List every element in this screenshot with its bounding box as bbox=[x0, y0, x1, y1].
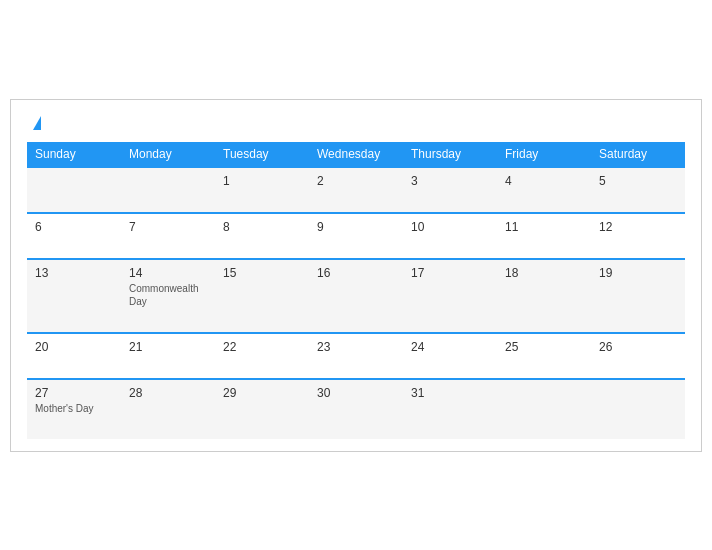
calendar-cell: 26 bbox=[591, 333, 685, 379]
calendar-cell: 7 bbox=[121, 213, 215, 259]
calendar-cell: 30 bbox=[309, 379, 403, 439]
day-number: 15 bbox=[223, 266, 301, 280]
calendar-cell: 15 bbox=[215, 259, 309, 333]
weekday-header-row: SundayMondayTuesdayWednesdayThursdayFrid… bbox=[27, 142, 685, 167]
day-number: 13 bbox=[35, 266, 113, 280]
calendar-cell: 2 bbox=[309, 167, 403, 213]
calendar-cell bbox=[497, 379, 591, 439]
day-number: 4 bbox=[505, 174, 583, 188]
calendar-cell: 14Commonwealth Day bbox=[121, 259, 215, 333]
day-number: 17 bbox=[411, 266, 489, 280]
event-label: Commonwealth Day bbox=[129, 282, 207, 308]
day-number: 1 bbox=[223, 174, 301, 188]
calendar-cell: 3 bbox=[403, 167, 497, 213]
day-number: 10 bbox=[411, 220, 489, 234]
day-number: 8 bbox=[223, 220, 301, 234]
day-number: 6 bbox=[35, 220, 113, 234]
calendar-cell: 22 bbox=[215, 333, 309, 379]
day-number: 19 bbox=[599, 266, 677, 280]
logo bbox=[27, 116, 45, 130]
calendar-cell: 1 bbox=[215, 167, 309, 213]
day-number: 29 bbox=[223, 386, 301, 400]
day-number: 16 bbox=[317, 266, 395, 280]
calendar-cell: 17 bbox=[403, 259, 497, 333]
calendar-cell: 12 bbox=[591, 213, 685, 259]
calendar-cell: 18 bbox=[497, 259, 591, 333]
calendar-cell: 16 bbox=[309, 259, 403, 333]
calendar-cell: 25 bbox=[497, 333, 591, 379]
week-row-2: 6789101112 bbox=[27, 213, 685, 259]
calendar-cell: 24 bbox=[403, 333, 497, 379]
weekday-header-saturday: Saturday bbox=[591, 142, 685, 167]
day-number: 26 bbox=[599, 340, 677, 354]
day-number: 28 bbox=[129, 386, 207, 400]
day-number: 24 bbox=[411, 340, 489, 354]
calendar-cell: 8 bbox=[215, 213, 309, 259]
day-number: 7 bbox=[129, 220, 207, 234]
calendar-cell: 23 bbox=[309, 333, 403, 379]
calendar-cell: 19 bbox=[591, 259, 685, 333]
calendar-header bbox=[27, 116, 685, 130]
calendar-table: SundayMondayTuesdayWednesdayThursdayFrid… bbox=[27, 142, 685, 439]
calendar-cell: 6 bbox=[27, 213, 121, 259]
day-number: 22 bbox=[223, 340, 301, 354]
logo-triangle-icon bbox=[33, 116, 41, 130]
weekday-header-tuesday: Tuesday bbox=[215, 142, 309, 167]
weekday-header-sunday: Sunday bbox=[27, 142, 121, 167]
calendar-cell: 27Mother's Day bbox=[27, 379, 121, 439]
day-number: 14 bbox=[129, 266, 207, 280]
day-number: 27 bbox=[35, 386, 113, 400]
calendar-cell: 31 bbox=[403, 379, 497, 439]
day-number: 5 bbox=[599, 174, 677, 188]
week-row-5: 27Mother's Day28293031 bbox=[27, 379, 685, 439]
day-number: 11 bbox=[505, 220, 583, 234]
calendar-container: SundayMondayTuesdayWednesdayThursdayFrid… bbox=[10, 99, 702, 452]
weekday-header-thursday: Thursday bbox=[403, 142, 497, 167]
calendar-cell bbox=[121, 167, 215, 213]
calendar-cell: 28 bbox=[121, 379, 215, 439]
day-number: 9 bbox=[317, 220, 395, 234]
calendar-cell bbox=[27, 167, 121, 213]
calendar-cell: 20 bbox=[27, 333, 121, 379]
calendar-cell: 9 bbox=[309, 213, 403, 259]
event-label: Mother's Day bbox=[35, 402, 113, 415]
week-row-1: 12345 bbox=[27, 167, 685, 213]
day-number: 3 bbox=[411, 174, 489, 188]
day-number: 20 bbox=[35, 340, 113, 354]
day-number: 25 bbox=[505, 340, 583, 354]
day-number: 2 bbox=[317, 174, 395, 188]
day-number: 18 bbox=[505, 266, 583, 280]
day-number: 12 bbox=[599, 220, 677, 234]
weekday-header-wednesday: Wednesday bbox=[309, 142, 403, 167]
calendar-cell bbox=[591, 379, 685, 439]
calendar-cell: 10 bbox=[403, 213, 497, 259]
week-row-4: 20212223242526 bbox=[27, 333, 685, 379]
calendar-cell: 13 bbox=[27, 259, 121, 333]
calendar-cell: 21 bbox=[121, 333, 215, 379]
calendar-cell: 29 bbox=[215, 379, 309, 439]
day-number: 21 bbox=[129, 340, 207, 354]
day-number: 31 bbox=[411, 386, 489, 400]
calendar-cell: 4 bbox=[497, 167, 591, 213]
weekday-header-monday: Monday bbox=[121, 142, 215, 167]
day-number: 30 bbox=[317, 386, 395, 400]
day-number: 23 bbox=[317, 340, 395, 354]
week-row-3: 1314Commonwealth Day1516171819 bbox=[27, 259, 685, 333]
calendar-cell: 11 bbox=[497, 213, 591, 259]
calendar-cell: 5 bbox=[591, 167, 685, 213]
weekday-header-friday: Friday bbox=[497, 142, 591, 167]
